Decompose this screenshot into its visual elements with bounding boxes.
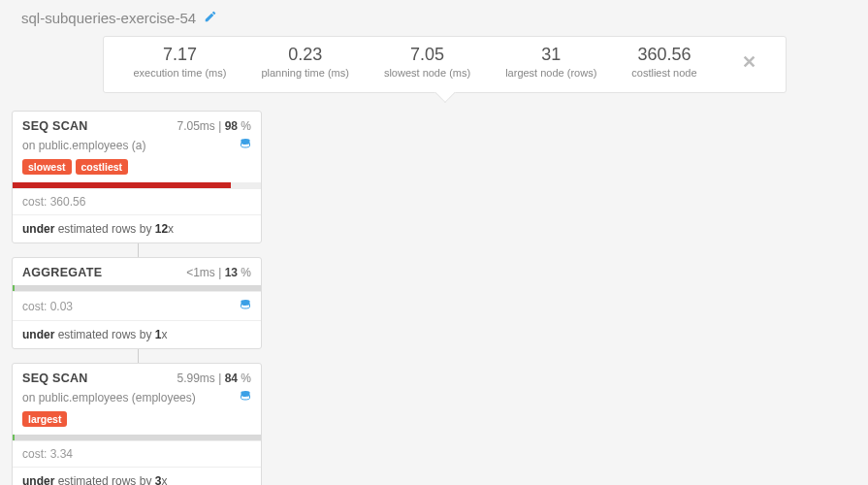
stat-value: 7.17 [133,45,226,65]
tag-slowest: slowest [22,159,72,175]
stat-planning[interactable]: 0.23 planning time (ms) [261,45,348,79]
tree-connector [138,349,139,363]
database-icon[interactable] [240,389,251,405]
stat-label: costliest node [631,67,696,79]
node-estimate: under estimated rows by 1x [13,320,261,348]
edit-icon[interactable] [204,10,217,26]
node-title: SEQ SCAN [22,119,88,133]
progress-bar [13,435,261,440]
stat-label: slowest node (ms) [384,67,470,79]
stat-label: execution time (ms) [133,67,226,79]
progress-bar [13,182,261,188]
stats-bar: 7.17 execution time (ms) 0.23 planning t… [103,36,786,93]
node-estimate: under estimated rows by 12x [13,214,261,242]
node-cost: cost: 360.56 [22,195,85,209]
stat-value: 31 [505,45,596,65]
stat-value: 0.23 [261,45,348,65]
stat-largest[interactable]: 31 largest node (rows) [505,45,596,79]
stat-label: largest node (rows) [505,67,596,79]
close-icon[interactable]: ✕ [742,51,756,73]
progress-bar [13,285,261,291]
plan-node-seqscan[interactable]: SEQ SCAN 7.05ms | 98 % on public.employe… [12,111,262,243]
stat-slowest[interactable]: 7.05 slowest node (ms) [384,45,470,79]
database-icon[interactable] [240,298,251,314]
node-title: AGGREGATE [22,266,102,279]
page-title: sql-subqueries-exercise-54 [21,10,196,26]
stat-execution[interactable]: 7.17 execution time (ms) [133,45,226,79]
node-relation: on public.employees (employees) [22,391,196,404]
node-cost: cost: 3.34 [22,447,73,461]
tag-costliest: costliest [76,159,129,175]
database-icon[interactable] [240,137,251,153]
tag-largest: largest [22,411,67,427]
plan-node-aggregate[interactable]: AGGREGATE <1ms | 13 % cost: 0.03 under e… [12,257,262,349]
node-metric: <1ms | 13 % [186,266,251,279]
node-title: SEQ SCAN [22,372,88,385]
node-cost: cost: 0.03 [22,300,73,313]
plan-tree: SEQ SCAN 7.05ms | 98 % on public.employe… [12,111,868,485]
node-metric: 5.99ms | 84 % [177,372,251,385]
plan-node-seqscan[interactable]: SEQ SCAN 5.99ms | 84 % on public.employe… [12,363,262,485]
stat-value: 360.56 [631,45,696,65]
node-relation: on public.employees (a) [22,139,145,152]
stat-value: 7.05 [384,45,470,65]
node-metric: 7.05ms | 98 % [177,119,251,133]
node-estimate: under estimated rows by 3x [13,467,261,485]
stat-costliest[interactable]: 360.56 costliest node [631,45,696,79]
tree-connector [138,243,139,257]
stat-label: planning time (ms) [261,67,348,79]
